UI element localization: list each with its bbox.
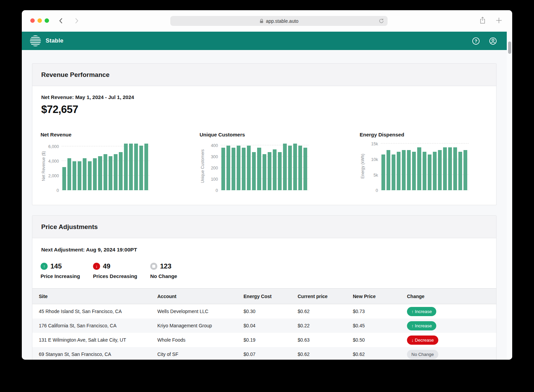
minimize-window-button[interactable] bbox=[37, 18, 42, 23]
bar bbox=[288, 146, 292, 190]
cell-energy-cost: $0.19 bbox=[237, 337, 291, 343]
y-axis-ticks: 0100200300400 bbox=[206, 142, 221, 190]
bar bbox=[283, 144, 287, 190]
bar bbox=[438, 150, 442, 190]
bar bbox=[293, 144, 297, 190]
bars bbox=[62, 142, 148, 190]
y-tick-label: 0 bbox=[216, 188, 218, 193]
bar bbox=[252, 152, 256, 190]
window-controls bbox=[30, 18, 49, 23]
stat-no-change: 123 No Change bbox=[150, 262, 177, 279]
price-card-title: Price Adjustments bbox=[41, 223, 98, 231]
bar bbox=[98, 156, 102, 190]
chart-plot bbox=[62, 142, 150, 190]
page-content: Revenue Performance Net Revenue: May 1, … bbox=[22, 50, 512, 360]
bar bbox=[129, 144, 133, 190]
help-button[interactable]: ? bbox=[472, 37, 480, 45]
cell-energy-cost: $0.07 bbox=[237, 352, 291, 357]
price-adjustments-table: Site Account Energy Cost Current price N… bbox=[32, 288, 496, 360]
bar bbox=[458, 152, 462, 190]
cell-new-price: $0.45 bbox=[346, 323, 400, 328]
chart-title: Energy Dispensed bbox=[360, 132, 496, 137]
col-header-site: Site bbox=[32, 294, 151, 299]
cell-site: 69 Stanyan St, San Francisco, CA bbox=[32, 352, 151, 357]
account-button[interactable] bbox=[489, 37, 497, 45]
bar bbox=[242, 148, 246, 190]
stat-value: 49 bbox=[103, 262, 110, 270]
bar bbox=[257, 148, 261, 190]
address-bar[interactable]: app.stable.auto bbox=[170, 16, 388, 26]
cell-account: Whole Foods bbox=[151, 337, 237, 343]
cell-new-price: $0.62 bbox=[346, 352, 400, 357]
new-tab-button[interactable] bbox=[496, 17, 502, 23]
bar bbox=[83, 158, 87, 190]
price-table-body: 45 Rhode Island St, San Francisco, CAWel… bbox=[32, 304, 496, 360]
forward-button[interactable] bbox=[73, 17, 80, 24]
scrollbar-track[interactable] bbox=[507, 32, 512, 360]
brand-name: Stable bbox=[46, 37, 63, 44]
col-header-change: Change bbox=[400, 294, 496, 299]
y-tick-label: 100 bbox=[211, 177, 218, 182]
up-arrow-circle-icon: ↑ bbox=[41, 263, 48, 270]
net-revenue-total: $72,657 bbox=[41, 103, 496, 116]
bar bbox=[93, 158, 97, 190]
stat-value: 123 bbox=[160, 262, 171, 270]
y-tick-label: 0 bbox=[57, 188, 59, 193]
reload-button[interactable] bbox=[378, 18, 384, 24]
revenue-card-header: Revenue Performance bbox=[32, 64, 496, 86]
svg-text:?: ? bbox=[475, 38, 477, 43]
bar bbox=[263, 154, 266, 190]
col-header-energy-cost: Energy Cost bbox=[237, 294, 291, 299]
bar bbox=[453, 147, 457, 190]
lock-icon bbox=[260, 19, 264, 23]
cell-new-price: $0.50 bbox=[346, 337, 400, 343]
zoom-window-button[interactable] bbox=[45, 18, 49, 23]
chart-title: Unique Customers bbox=[200, 132, 336, 137]
bar bbox=[392, 154, 395, 190]
bar bbox=[62, 167, 66, 190]
change-badge-increase: ↑ Increase bbox=[407, 321, 436, 330]
bar bbox=[232, 148, 235, 190]
table-row: 69 Stanyan St, San Francisco, CACity of … bbox=[32, 347, 496, 360]
y-tick-label: 200 bbox=[211, 166, 218, 170]
stable-logo-icon bbox=[30, 35, 41, 46]
bar bbox=[114, 154, 117, 191]
bar bbox=[237, 146, 240, 190]
y-tick-label: 10k bbox=[371, 157, 378, 162]
share-button[interactable] bbox=[480, 17, 486, 24]
energy-dispensed-chart: Energy Dispensed Energy (kWh) 05k10k15k bbox=[360, 132, 496, 190]
adjustment-stats: ↑ 145 Price Increasing ↓ 49 Prices Decre… bbox=[41, 262, 496, 279]
bar bbox=[124, 144, 128, 190]
bar bbox=[67, 158, 71, 190]
bar bbox=[119, 152, 123, 190]
cell-current-price: $0.62 bbox=[291, 309, 346, 314]
price-adjustments-card: Price Adjustments Next Adjustment: Aug 9… bbox=[32, 215, 497, 360]
cell-site: 176 California St, San Francisco, CA bbox=[32, 323, 151, 328]
cell-change: ↓ Decrease bbox=[400, 336, 496, 345]
bar bbox=[417, 147, 421, 190]
change-badge-increase: ↑ Increase bbox=[407, 307, 436, 316]
y-axis-ticks: 02,0004,0006,000 bbox=[47, 142, 62, 190]
cell-site: 45 Rhode Island St, San Francisco, CA bbox=[32, 309, 151, 314]
revenue-card-title: Revenue Performance bbox=[41, 71, 110, 79]
col-header-account: Account bbox=[151, 294, 237, 299]
bar bbox=[448, 147, 452, 190]
bar bbox=[144, 144, 148, 190]
y-tick-label: 6,000 bbox=[48, 144, 59, 149]
col-header-new-price: New Price bbox=[346, 294, 400, 299]
close-window-button[interactable] bbox=[30, 18, 35, 23]
bars bbox=[381, 142, 467, 190]
scrollbar-thumb[interactable] bbox=[508, 42, 511, 54]
url-text: app.stable.auto bbox=[266, 18, 299, 24]
cell-current-price: $0.62 bbox=[291, 352, 346, 357]
y-tick-label: 2,000 bbox=[48, 174, 59, 178]
stat-label: Price Increasing bbox=[41, 273, 80, 279]
cell-new-price: $0.73 bbox=[346, 309, 400, 314]
y-axis-label: Net Revenue ($) bbox=[41, 142, 47, 190]
back-button[interactable] bbox=[58, 17, 64, 24]
bar bbox=[221, 148, 225, 190]
bar bbox=[407, 150, 411, 190]
cell-current-price: $0.22 bbox=[291, 323, 346, 328]
change-badge-decrease: ↓ Decrease bbox=[407, 336, 438, 345]
bar bbox=[402, 150, 406, 190]
